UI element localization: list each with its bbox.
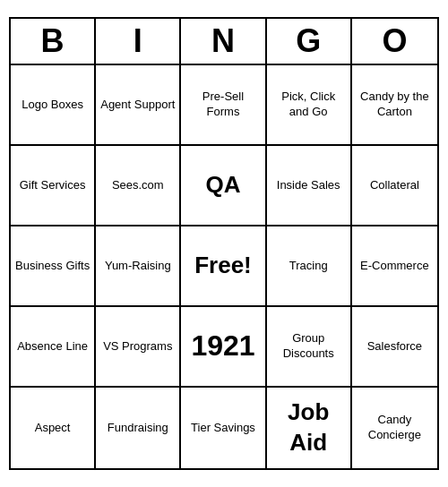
bingo-cell[interactable]: Pick, Click and Go xyxy=(267,65,352,146)
bingo-grid: Logo BoxesAgent SupportPre-Sell FormsPic… xyxy=(11,65,437,468)
bingo-cell[interactable]: Agent Support xyxy=(96,65,181,146)
bingo-cell[interactable]: Candy by the Carton xyxy=(352,65,437,146)
bingo-cell[interactable]: QA xyxy=(181,146,266,226)
bingo-cell[interactable]: Gift Services xyxy=(11,146,96,226)
bingo-cell[interactable]: Business Gifts xyxy=(11,226,96,307)
bingo-cell[interactable]: 1921 xyxy=(181,307,266,388)
bingo-cell[interactable]: Job Aid xyxy=(267,388,352,468)
bingo-cell[interactable]: E-Commerce xyxy=(352,226,437,307)
bingo-cell[interactable]: Yum-Raising xyxy=(96,226,181,307)
bingo-cell[interactable]: Fundraising xyxy=(96,388,181,468)
bingo-cell[interactable]: Sees.com xyxy=(96,146,181,226)
bingo-cell[interactable]: Tracing xyxy=(267,226,352,307)
bingo-cell[interactable]: Salesforce xyxy=(352,307,437,388)
header-letter: O xyxy=(352,19,437,64)
bingo-cell[interactable]: Aspect xyxy=(11,388,96,468)
header-letter: I xyxy=(96,19,181,64)
bingo-cell[interactable]: Free! xyxy=(181,226,266,307)
bingo-cell[interactable]: Logo Boxes xyxy=(11,65,96,146)
bingo-cell[interactable]: Collateral xyxy=(352,146,437,226)
header-letter: B xyxy=(11,19,96,64)
header-letter: G xyxy=(267,19,352,64)
bingo-cell[interactable]: Pre-Sell Forms xyxy=(181,65,266,146)
bingo-header: BINGO xyxy=(11,19,437,65)
header-letter: N xyxy=(181,19,266,64)
bingo-cell[interactable]: Group Discounts xyxy=(267,307,352,388)
bingo-cell[interactable]: Inside Sales xyxy=(267,146,352,226)
bingo-cell[interactable]: Candy Concierge xyxy=(352,388,437,468)
bingo-card: BINGO Logo BoxesAgent SupportPre-Sell Fo… xyxy=(9,17,439,470)
bingo-cell[interactable]: VS Programs xyxy=(96,307,181,388)
bingo-cell[interactable]: Tier Savings xyxy=(181,388,266,468)
bingo-cell[interactable]: Absence Line xyxy=(11,307,96,388)
